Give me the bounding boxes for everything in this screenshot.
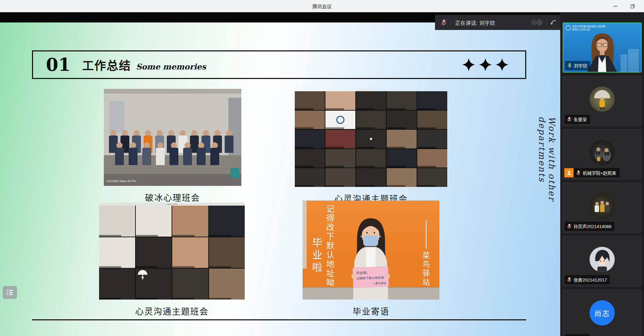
participant-name-tag: 杨尚志 — [565, 334, 590, 336]
participant-name-tag: 张勇2021412017 — [565, 275, 610, 284]
mic-muted-icon — [567, 224, 572, 229]
graduation-photo: 毕业啦， 记得改下默认地址呦 —菜鸟驿站 毕业啦 记得改下默认地址呦 菜鸟驿站 — [303, 201, 439, 300]
meeting-grid — [99, 206, 245, 300]
section-subtitle: Some memories — [136, 62, 206, 71]
avatar — [590, 193, 615, 219]
group-photo: HUAWEI Mate 40 Pro — [104, 89, 241, 186]
mic-muted-icon — [567, 117, 572, 122]
sparkle-icon — [495, 58, 509, 71]
participant-name-tag: 朱景荣 — [565, 115, 590, 124]
photo-caption: 破冰心理班会 — [145, 191, 200, 203]
participant-name: 朱景荣 — [574, 116, 587, 123]
outline-button[interactable] — [3, 286, 17, 299]
restore-button[interactable] — [628, 2, 637, 10]
banner-icon-divider — [546, 19, 547, 26]
camera-avatar-art — [590, 140, 615, 165]
annotation-diamond-icon[interactable] — [535, 18, 544, 27]
participant-name-tag: 机械学院+赵熙来 — [574, 168, 619, 177]
mic-on-icon — [567, 63, 572, 68]
mini-window-titlebar — [99, 203, 245, 206]
list-icon — [6, 289, 14, 296]
sparkle-decoration — [462, 58, 509, 71]
photo-caption: 心灵沟通主题班会 — [135, 305, 209, 317]
sign-text-line1: 毕业啦， — [356, 271, 369, 275]
restore-icon — [630, 4, 635, 9]
umbrella-avatar-art — [590, 86, 615, 112]
undo-arrow-icon[interactable] — [549, 19, 557, 26]
participants-panel: 吉林大学机械与航空航天工程学院 研究生工作办公室 — [560, 12, 644, 336]
video-overlay-line1: 吉林大学机械与航空航天工程学院 — [572, 25, 606, 28]
video-overlay-line2: 研究生工作办公室 — [572, 28, 590, 31]
photo-figure-meeting-2: 心灵沟通主题班会 — [99, 203, 245, 317]
section-number: 01 — [46, 56, 70, 74]
participant-tile-zhaoxilai[interactable]: 机械学院+赵熙来 — [563, 129, 642, 179]
meeting-grid-photo — [295, 91, 447, 187]
avatar — [590, 140, 615, 165]
avatar-initials: 尚志 — [590, 300, 615, 325]
photo-vertical-text-left: 毕业啦 — [309, 237, 324, 274]
umbrella-icon — [136, 269, 149, 282]
photo-watermark: HUAWEI Mate 40 Pro — [107, 179, 136, 183]
member-badge — [564, 168, 574, 177]
participant-tile-zhujingrong[interactable]: 朱景荣 — [563, 76, 642, 126]
avatar — [590, 86, 615, 112]
minimize-button[interactable] — [611, 2, 619, 10]
photo-figure-graduation: 毕业啦， 记得改下默认地址呦 —菜鸟驿站 毕业啦 记得改下默认地址呦 菜鸟驿站 … — [303, 201, 439, 317]
participant-tile-sunyingsheng[interactable]: 孙荧声2021414088 — [563, 183, 642, 233]
participant-name: 张勇2021412017 — [574, 276, 607, 283]
participant-name: 孙荧声2021414088 — [574, 223, 611, 229]
speaking-banner: 正在讲话: 刘宇欣 — [435, 15, 560, 30]
sparkle-icon — [462, 58, 476, 71]
slide-bottom-rule — [32, 319, 526, 320]
minimize-icon — [613, 4, 618, 9]
mic-muted-icon — [567, 277, 572, 282]
meeting-window-body: 01 工作总结 Some memories — [0, 12, 644, 336]
speaking-banner-text: 正在讲话: 刘宇欣 — [455, 19, 495, 26]
university-seal-tile — [325, 111, 355, 129]
window-title: 腾讯会议 — [312, 3, 332, 10]
photo-vertical-text-column: 记得改下默认地址呦 — [324, 205, 336, 296]
mic-muted-icon — [576, 170, 581, 175]
group-avatar-art — [590, 193, 615, 219]
participant-tile-liuyuxin[interactable]: 吉林大学机械与航空航天工程学院 研究生工作办公室 — [563, 22, 642, 73]
slide-header: 01 工作总结 Some memories — [32, 50, 526, 79]
participant-name: 机械学院+赵熙来 — [583, 170, 616, 176]
photo-caption: 毕业寄语 — [353, 305, 389, 317]
meeting-grid-photo-2 — [99, 203, 245, 300]
photo-divider-line — [426, 220, 426, 249]
self-muted-mic-icon — [440, 19, 447, 26]
participant-tile-zhangyong[interactable]: 张勇2021412017 — [563, 236, 642, 286]
mini-window-titlebar — [356, 89, 372, 91]
participant-name-tag: 孙荧声2021414088 — [565, 222, 614, 231]
section-title: 工作总结 — [82, 57, 131, 73]
meeting-grid — [295, 91, 447, 187]
sign-text-line3: —菜鸟驿站 — [372, 282, 386, 285]
umbrella-avatar-tile — [136, 269, 172, 300]
participant-tile-yangshangzhi[interactable]: 尚志 杨尚志 — [563, 290, 642, 336]
avatar — [590, 247, 615, 272]
participant-name: 刘宇欣 — [574, 62, 587, 69]
group-photo-art: HUAWEI Mate 40 Pro — [104, 89, 241, 186]
screen-share-area: 01 工作总结 Some memories — [0, 12, 560, 336]
avatar-text: 尚志 — [594, 308, 610, 318]
shared-slide: 01 工作总结 Some memories — [0, 22, 560, 336]
window-controls — [611, 0, 637, 12]
person-icon — [566, 170, 572, 176]
vertical-side-text: Work with other departments — [537, 116, 557, 259]
participant-name-tag: 刘宇欣 — [565, 61, 590, 70]
photo-figure-icebreaker: HUAWEI Mate 40 Pro 破冰心理班会 — [104, 89, 241, 203]
photo-figure-meeting-1: 心灵沟通主题班会 — [295, 91, 447, 204]
sparkle-icon — [479, 58, 492, 71]
banner-divider — [451, 19, 451, 26]
photo-vertical-text-right: 菜鸟驿站 — [420, 252, 431, 287]
app-titlebar: 腾讯会议 — [0, 0, 644, 12]
anime-avatar-art — [590, 247, 615, 272]
